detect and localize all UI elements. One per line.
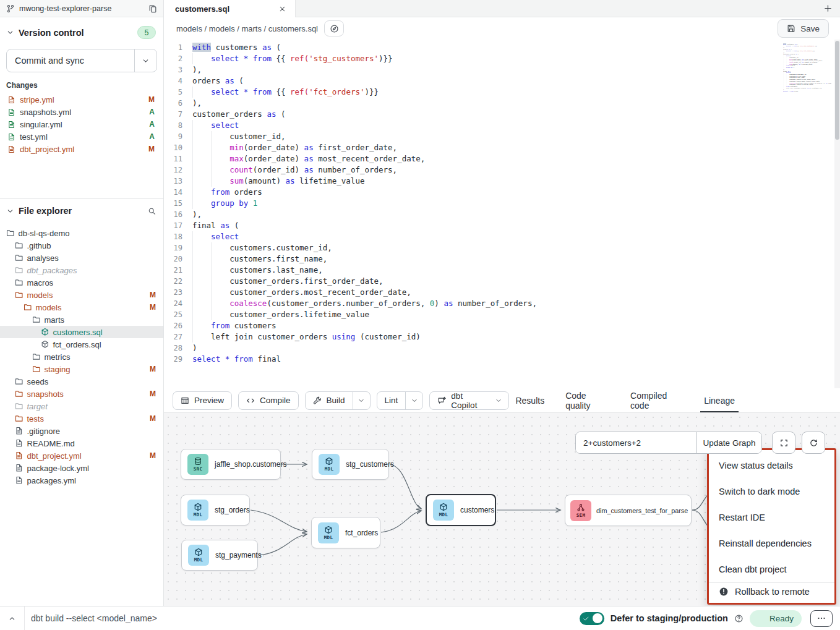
tree-item-seeds[interactable]: seeds [0,375,163,388]
command-input[interactable]: dbt build --select <model_name> [31,613,157,623]
compile-button[interactable]: Compile [238,391,299,410]
save-button[interactable]: Save [778,19,829,38]
menu-item-rollback-to-remote[interactable]: Rollback to remote [709,583,834,600]
folder-icon [15,414,24,423]
tree-item-dbt_project.yml[interactable]: dbt_project.ymlM [0,449,163,462]
tab-customers-sql[interactable]: customers.sql [164,0,296,17]
scrollbar-thumb[interactable] [835,41,839,140]
tree-item-status: M [150,365,156,373]
code-line-11: 11 max(order_date) as most_recent_order_… [164,153,805,164]
commit-and-sync-button[interactable]: Commit and sync [6,49,157,72]
file-explorer-title: File explorer [19,206,144,216]
tree-item-models[interactable]: modelsM [0,301,163,313]
lineage-node-stg_customers[interactable]: MDLstg_customers [312,449,389,480]
tree-item-staging[interactable]: stagingM [0,363,163,375]
tree-item-package-lock.yml[interactable]: package-lock.yml [0,462,163,474]
tree-item-packages.yml[interactable]: packages.yml [0,474,163,487]
lineage-panel[interactable]: SRCjaffle_shop.customersMDLstg_customers… [164,413,840,606]
tree-item-.github[interactable]: .github [0,239,163,252]
tree-item-dbt_packages[interactable]: dbt_packages [0,264,163,276]
code-line-18: 18 select [164,231,805,242]
tab-compiled-code[interactable]: Compiled code [630,388,683,412]
tree-item-label: fct_orders.sql [53,340,156,349]
tree-item-marts[interactable]: marts [0,313,163,326]
lineage-node-customers[interactable]: MDLcustomers [426,494,496,526]
change-item-snapshots.yml[interactable]: snapshots.ymlA [0,106,163,118]
cube-icon [439,503,448,511]
explore-lineage-button[interactable] [324,20,344,36]
build-button[interactable]: Build [305,391,371,410]
collapse-command-bar-button[interactable] [0,607,25,630]
tab-lineage[interactable]: Lineage [704,388,735,412]
code-line-17: 17final as ( [164,220,805,231]
menu-item-restart-ide[interactable]: Restart IDE [709,504,834,530]
refresh-graph-button[interactable] [802,432,825,454]
tree-item-customers.sql[interactable]: customers.sql [0,326,163,338]
preview-button[interactable]: Preview [173,391,232,410]
lineage-node-jaffle_shop.customers[interactable]: SRCjaffle_shop.customers [181,449,281,480]
commit-options-caret[interactable] [134,49,156,72]
editor-scrollbar[interactable] [834,40,840,388]
lineage-node-fct_orders[interactable]: MDLfct_orders [311,517,380,548]
tab-code-quality[interactable]: Code quality [565,388,609,412]
change-status: M [148,145,155,153]
breadcrumb-row: models / models / marts / customers.sql … [164,17,840,40]
tree-item-.gitignore[interactable]: .gitignore [0,425,163,437]
menu-item-reinstall-dependencies[interactable]: Reinstall dependencies [709,530,834,556]
copy-branch-icon[interactable] [148,4,157,13]
change-item-singular.yml[interactable]: singular.ymlA [0,118,163,130]
defer-toggle[interactable] [580,612,604,625]
change-item-dbt_project.yml[interactable]: dbt_project.ymlM [0,143,163,155]
fullscreen-button[interactable] [772,432,795,454]
tree-item-snapshots[interactable]: snapshotsM [0,388,163,400]
tree-item-metrics[interactable]: metrics [0,351,163,363]
version-control-header[interactable]: Version control 5 [0,17,163,45]
change-file-name: singular.yml [20,120,145,129]
lineage-node-stg_payments[interactable]: MDLstg_payments [181,540,258,571]
dbt-copilot-button[interactable]: dbt Copilot [429,391,509,410]
code-icon [246,396,255,405]
tree-item-tests[interactable]: testsM [0,412,163,425]
search-icon[interactable] [148,207,156,215]
change-item-test.yml[interactable]: test.ymlA [0,130,163,143]
wrench-icon [313,396,322,405]
lineage-node-dim_customers_test_for_parse[interactable]: SEMdim_customers_test_for_parse [565,495,692,526]
lint-button[interactable]: Lint [377,391,424,410]
minimap[interactable]: with customers as ( select * from {{ ref… [783,43,831,155]
menu-item-view-status-details[interactable]: View status details [709,453,834,479]
defer-label: Defer to staging/production [611,613,728,623]
code-line-content: ), [192,209,202,220]
menu-item-clean-dbt-project[interactable]: Clean dbt project [709,556,834,582]
change-item-stripe.yml[interactable]: stripe.ymlM [0,93,163,106]
more-options-button[interactable] [810,610,833,627]
close-icon[interactable] [278,5,286,13]
cube-icon [194,548,203,556]
tree-item-analyses[interactable]: analyses [0,252,163,264]
tree-item-README.md[interactable]: README.md [0,437,163,449]
tree-item-target[interactable]: target [0,400,163,412]
check-icon [583,615,589,622]
node-type-label: MDL [194,557,203,563]
file-icon [15,427,24,435]
menu-item-switch-to-dark-mode[interactable]: Switch to dark mode [709,479,834,504]
file-icon [15,439,24,448]
file-explorer-header[interactable]: File explorer [0,199,163,222]
graph-selector-input[interactable] [576,432,696,453]
code-line-22: 22 customer_orders.first_order_date, [164,276,805,287]
minimap-line: select * from final [783,90,831,92]
code-line-12: 12 count(order_id) as number_of_orders, [164,164,805,176]
help-icon[interactable] [734,614,744,623]
build-options-caret[interactable] [353,392,370,409]
tree-item-macros[interactable]: macros [0,276,163,289]
line-number: 22 [164,276,192,287]
lint-options-caret[interactable] [405,392,422,409]
folder-icon [32,365,41,373]
tab-results[interactable]: Results [515,388,544,412]
tree-item-db-sl-qs-demo[interactable]: db-sl-qs-demo [0,227,163,239]
new-tab-button[interactable] [815,0,840,17]
tree-item-models[interactable]: modelsM [0,289,163,301]
code-editor[interactable]: 1with customers as (2 select * from {{ r… [164,40,840,388]
lineage-node-stg_orders[interactable]: MDLstg_orders [181,495,250,526]
tree-item-fct_orders.sql[interactable]: fct_orders.sql [0,338,163,351]
update-graph-button[interactable]: Update Graph [696,432,761,453]
